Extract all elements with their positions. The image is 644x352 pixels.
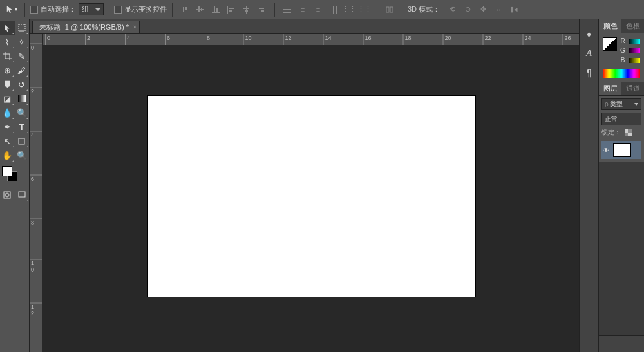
stamp-tool[interactable]: ⛊ (0, 77, 15, 91)
tools-panel: ⌇ ✧ ✎ ⊕ 🖌 ⛊ ↺ ◪ 💧 🔍 (0, 19, 30, 352)
align-left-icon[interactable] (224, 3, 238, 16)
options-bar: ▾ 自动选择： 组 显示变换控件 ≡ ≡ ⋮⋮ ⋮⋮ (0, 0, 644, 19)
3d-roll-icon[interactable]: ⊙ (460, 3, 475, 16)
3d-orbit-icon[interactable]: ⟲ (445, 3, 459, 16)
svg-rect-19 (283, 9, 291, 10)
distribute-group: ≡ ≡ ⋮⋮ ⋮⋮ (280, 3, 372, 16)
g-slider[interactable] (629, 48, 640, 53)
separator (377, 3, 377, 17)
svg-rect-0 (181, 6, 189, 6)
layer-thumbnail[interactable] (613, 143, 631, 157)
svg-rect-34 (628, 133, 632, 136)
svg-rect-22 (333, 6, 334, 14)
svg-rect-7 (214, 6, 215, 12)
screen-mode-icon[interactable] (15, 188, 30, 202)
dist-bottom-icon[interactable]: ≡ (311, 3, 325, 16)
eraser-tool[interactable]: ◪ (0, 91, 15, 106)
lock-row: 锁定： (601, 128, 641, 137)
align-hcenter-icon[interactable] (240, 3, 254, 16)
quick-mask-icon[interactable] (0, 188, 15, 202)
layers-tab[interactable]: 图层 (599, 82, 621, 95)
close-tab-icon[interactable]: × (133, 24, 137, 30)
align-bottom-icon[interactable] (209, 3, 223, 16)
shape-tool[interactable] (15, 134, 30, 148)
svg-rect-33 (625, 129, 628, 133)
text-tool[interactable]: T (15, 120, 30, 134)
eyedropper-tool[interactable]: ✎ (15, 49, 30, 63)
dodge-tool[interactable]: 🔍 (15, 106, 30, 120)
layer-row[interactable]: 👁 (601, 141, 641, 159)
3d-slide-icon[interactable]: ↔ (491, 3, 506, 16)
align-right-icon[interactable] (255, 3, 269, 16)
svg-rect-16 (259, 8, 264, 9)
document-tab[interactable]: 未标题 -1 @ 100%(RGB/8) * × (32, 21, 140, 33)
path-select-tool[interactable]: ↖ (0, 134, 15, 148)
svg-rect-27 (18, 95, 26, 102)
3d-zoom-icon[interactable]: ▮◂ (507, 3, 521, 16)
foreground-color[interactable] (2, 166, 12, 176)
b-slider[interactable] (629, 58, 640, 63)
color-spectrum[interactable] (603, 69, 640, 78)
color-tab[interactable]: 颜色 (599, 19, 621, 33)
brush-tool[interactable]: 🖌 (15, 63, 30, 77)
lock-transparent-icon[interactable] (625, 129, 632, 136)
color-panel-tabs: 颜色 色板 (599, 19, 644, 33)
channels-tab[interactable]: 通道 (621, 82, 644, 95)
character-panel-icon[interactable]: A (586, 48, 592, 59)
dist-vcenter-icon[interactable]: ≡ (296, 3, 310, 16)
separator (24, 3, 25, 17)
svg-rect-5 (201, 8, 202, 11)
color-swatch[interactable] (603, 37, 617, 51)
pen-tool[interactable]: ✒ (0, 120, 15, 134)
svg-rect-18 (283, 6, 291, 6)
3d-pan-icon[interactable]: ✥ (476, 3, 490, 16)
layers-panel: ρ 类型 正常 锁定： 👁 (599, 96, 644, 162)
svg-rect-23 (336, 6, 337, 14)
paragraph-panel-icon[interactable]: ¶ (587, 68, 592, 78)
r-slider[interactable] (629, 39, 640, 44)
blur-tool[interactable]: 💧 (0, 106, 15, 120)
align-top-icon[interactable] (178, 3, 192, 16)
svg-rect-24 (386, 7, 389, 12)
dist-right-icon[interactable]: ⋮⋮ (357, 3, 372, 16)
move-tool[interactable] (0, 21, 15, 35)
swatches-tab[interactable]: 色板 (621, 19, 644, 33)
color-swatches[interactable] (2, 166, 27, 185)
healing-tool[interactable]: ⊕ (0, 63, 15, 77)
svg-rect-2 (185, 7, 187, 10)
dist-left-icon[interactable] (327, 3, 341, 16)
layers-panel-tabs: 图层 通道 (599, 82, 644, 96)
auto-select-dropdown[interactable]: 组 (79, 3, 104, 15)
crop-tool[interactable] (0, 49, 15, 63)
history-panel-icon[interactable]: ♦ (587, 29, 591, 39)
zoom-tool[interactable]: 🔍 (15, 148, 30, 162)
visibility-icon[interactable]: 👁 (603, 147, 609, 154)
svg-rect-6 (212, 12, 220, 13)
separator (274, 3, 275, 17)
gradient-tool[interactable] (15, 91, 30, 106)
canvas[interactable] (148, 96, 475, 297)
canvas-viewport[interactable] (43, 46, 579, 352)
svg-rect-25 (390, 7, 393, 12)
align-group (178, 3, 269, 16)
current-tool-icon: ▾ (4, 3, 19, 17)
align-vcenter-icon[interactable] (193, 3, 207, 16)
hand-tool[interactable]: ✋ (0, 148, 15, 162)
horizontal-ruler[interactable]: 02468101214161820222426 (43, 34, 579, 46)
auto-select-checkbox[interactable]: 自动选择： (30, 5, 76, 14)
blend-mode-dropdown[interactable]: 正常 (601, 113, 641, 125)
separator (172, 3, 173, 17)
show-transform-checkbox[interactable]: 显示变换控件 (114, 5, 167, 14)
dist-top-icon[interactable] (280, 3, 294, 16)
auto-align-icon[interactable] (383, 3, 397, 16)
marquee-tool[interactable] (15, 21, 30, 35)
lasso-tool[interactable]: ⌇ (0, 35, 15, 49)
dist-hcenter-icon[interactable]: ⋮⋮ (342, 3, 356, 16)
layer-kind-dropdown[interactable]: ρ 类型 (601, 98, 641, 110)
vertical-ruler[interactable]: 024681012 (30, 34, 43, 352)
svg-rect-13 (243, 8, 249, 9)
history-brush-tool[interactable]: ↺ (15, 77, 30, 91)
document-tabs: 未标题 -1 @ 100%(RGB/8) * × (30, 19, 579, 34)
svg-rect-3 (196, 9, 204, 10)
wand-tool[interactable]: ✧ (15, 35, 30, 49)
